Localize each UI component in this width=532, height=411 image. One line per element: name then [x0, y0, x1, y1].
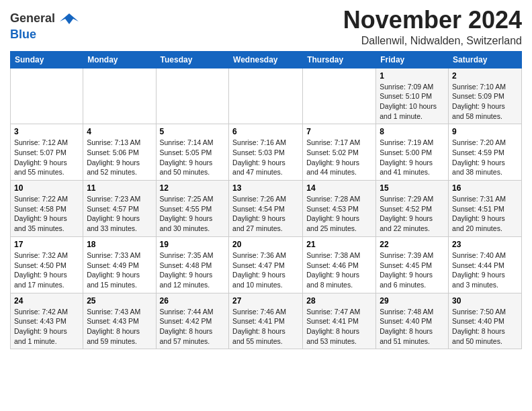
- calendar-cell: 29Sunrise: 7:48 AM Sunset: 4:40 PM Dayli…: [376, 293, 449, 349]
- calendar-cell: 23Sunrise: 7:40 AM Sunset: 4:44 PM Dayli…: [449, 236, 522, 293]
- weekday-header-monday: Monday: [83, 51, 156, 68]
- day-detail: Sunrise: 7:50 AM Sunset: 4:40 PM Dayligh…: [452, 307, 518, 347]
- calendar-cell: 7Sunrise: 7:17 AM Sunset: 5:02 PM Daylig…: [303, 124, 376, 181]
- calendar-cell: 6Sunrise: 7:16 AM Sunset: 5:03 PM Daylig…: [229, 124, 303, 181]
- day-number: 12: [160, 183, 226, 193]
- calendar-cell: 21Sunrise: 7:38 AM Sunset: 4:46 PM Dayli…: [303, 236, 376, 293]
- calendar-week-row-1: 1Sunrise: 7:09 AM Sunset: 5:10 PM Daylig…: [11, 68, 522, 124]
- day-number: 6: [232, 127, 299, 136]
- day-detail: Sunrise: 7:38 AM Sunset: 4:46 PM Dayligh…: [306, 250, 372, 290]
- calendar-cell: 1Sunrise: 7:09 AM Sunset: 5:10 PM Daylig…: [376, 68, 449, 124]
- day-detail: Sunrise: 7:44 AM Sunset: 4:42 PM Dayligh…: [160, 307, 226, 347]
- calendar-cell: [11, 68, 83, 124]
- calendar-cell: 28Sunrise: 7:47 AM Sunset: 4:41 PM Dayli…: [303, 293, 376, 349]
- calendar-cell: 25Sunrise: 7:43 AM Sunset: 4:43 PM Dayli…: [83, 293, 156, 349]
- day-detail: Sunrise: 7:47 AM Sunset: 4:41 PM Dayligh…: [306, 307, 372, 347]
- day-number: 9: [452, 127, 518, 136]
- calendar-cell: 19Sunrise: 7:35 AM Sunset: 4:48 PM Dayli…: [156, 236, 229, 293]
- calendar-cell: 26Sunrise: 7:44 AM Sunset: 4:42 PM Dayli…: [156, 293, 229, 349]
- day-number: 5: [160, 127, 226, 136]
- day-detail: Sunrise: 7:20 AM Sunset: 4:59 PM Dayligh…: [452, 138, 518, 177]
- day-number: 29: [380, 296, 445, 306]
- day-detail: Sunrise: 7:31 AM Sunset: 4:51 PM Dayligh…: [452, 194, 518, 234]
- calendar-cell: 2Sunrise: 7:10 AM Sunset: 5:09 PM Daylig…: [449, 68, 522, 124]
- day-detail: Sunrise: 7:16 AM Sunset: 5:03 PM Dayligh…: [232, 138, 299, 177]
- day-detail: Sunrise: 7:13 AM Sunset: 5:06 PM Dayligh…: [87, 138, 152, 177]
- day-number: 15: [380, 183, 445, 193]
- day-number: 28: [306, 296, 372, 306]
- calendar-week-row-2: 3Sunrise: 7:12 AM Sunset: 5:07 PM Daylig…: [11, 124, 522, 181]
- calendar-cell: 30Sunrise: 7:50 AM Sunset: 4:40 PM Dayli…: [449, 293, 522, 349]
- day-detail: Sunrise: 7:25 AM Sunset: 4:55 PM Dayligh…: [160, 194, 226, 234]
- calendar-cell: 17Sunrise: 7:32 AM Sunset: 4:50 PM Dayli…: [11, 236, 83, 293]
- calendar-cell: [83, 68, 156, 124]
- month-title: November 2024: [343, 7, 522, 34]
- calendar-week-row-3: 10Sunrise: 7:22 AM Sunset: 4:58 PM Dayli…: [11, 181, 522, 237]
- weekday-header-thursday: Thursday: [303, 51, 376, 68]
- calendar-cell: 12Sunrise: 7:25 AM Sunset: 4:55 PM Dayli…: [156, 181, 229, 237]
- calendar-cell: 4Sunrise: 7:13 AM Sunset: 5:06 PM Daylig…: [83, 124, 156, 181]
- day-detail: Sunrise: 7:33 AM Sunset: 4:49 PM Dayligh…: [87, 250, 152, 290]
- day-detail: Sunrise: 7:39 AM Sunset: 4:45 PM Dayligh…: [380, 250, 445, 290]
- day-number: 20: [232, 240, 299, 249]
- day-detail: Sunrise: 7:35 AM Sunset: 4:48 PM Dayligh…: [160, 250, 226, 290]
- day-detail: Sunrise: 7:42 AM Sunset: 4:43 PM Dayligh…: [14, 307, 79, 347]
- day-number: 19: [160, 240, 226, 249]
- day-number: 13: [232, 183, 299, 193]
- logo-blue: Blue: [10, 28, 79, 42]
- day-number: 21: [306, 240, 372, 249]
- day-detail: Sunrise: 7:43 AM Sunset: 4:43 PM Dayligh…: [87, 307, 152, 347]
- calendar-cell: 8Sunrise: 7:19 AM Sunset: 5:00 PM Daylig…: [376, 124, 449, 181]
- day-detail: Sunrise: 7:09 AM Sunset: 5:10 PM Dayligh…: [380, 82, 445, 122]
- calendar-cell: [229, 68, 303, 124]
- day-number: 27: [232, 296, 299, 306]
- logo-general: General: [10, 9, 79, 28]
- day-number: 16: [452, 183, 518, 193]
- day-number: 22: [380, 240, 445, 249]
- calendar-cell: 14Sunrise: 7:28 AM Sunset: 4:53 PM Dayli…: [303, 181, 376, 237]
- day-number: 1: [380, 71, 445, 81]
- weekday-header-tuesday: Tuesday: [156, 51, 229, 68]
- day-detail: Sunrise: 7:26 AM Sunset: 4:54 PM Dayligh…: [232, 194, 299, 234]
- day-number: 11: [87, 183, 152, 193]
- day-number: 18: [87, 240, 152, 249]
- calendar-cell: 13Sunrise: 7:26 AM Sunset: 4:54 PM Dayli…: [229, 181, 303, 237]
- day-detail: Sunrise: 7:17 AM Sunset: 5:02 PM Dayligh…: [306, 138, 372, 177]
- day-detail: Sunrise: 7:46 AM Sunset: 4:41 PM Dayligh…: [232, 307, 299, 347]
- calendar-cell: 10Sunrise: 7:22 AM Sunset: 4:58 PM Dayli…: [11, 181, 83, 237]
- day-detail: Sunrise: 7:10 AM Sunset: 5:09 PM Dayligh…: [452, 82, 518, 122]
- day-number: 26: [160, 296, 226, 306]
- day-detail: Sunrise: 7:29 AM Sunset: 4:52 PM Dayligh…: [380, 194, 445, 234]
- weekday-header-sunday: Sunday: [11, 51, 83, 68]
- weekday-header-row: SundayMondayTuesdayWednesdayThursdayFrid…: [11, 51, 522, 68]
- day-detail: Sunrise: 7:36 AM Sunset: 4:47 PM Dayligh…: [232, 250, 299, 290]
- page-header: General Blue November 2024 Dallenwil, Ni…: [10, 7, 522, 47]
- calendar-week-row-4: 17Sunrise: 7:32 AM Sunset: 4:50 PM Dayli…: [11, 236, 522, 293]
- day-number: 3: [14, 127, 79, 136]
- calendar-cell: 15Sunrise: 7:29 AM Sunset: 4:52 PM Dayli…: [376, 181, 449, 237]
- weekday-header-saturday: Saturday: [449, 51, 522, 68]
- calendar-cell: 11Sunrise: 7:23 AM Sunset: 4:57 PM Dayli…: [83, 181, 156, 237]
- calendar-cell: 22Sunrise: 7:39 AM Sunset: 4:45 PM Dayli…: [376, 236, 449, 293]
- day-detail: Sunrise: 7:22 AM Sunset: 4:58 PM Dayligh…: [14, 194, 79, 234]
- day-number: 2: [452, 71, 518, 81]
- day-number: 8: [380, 127, 445, 136]
- day-number: 17: [14, 240, 79, 249]
- calendar-cell: 24Sunrise: 7:42 AM Sunset: 4:43 PM Dayli…: [11, 293, 83, 349]
- calendar-cell: 18Sunrise: 7:33 AM Sunset: 4:49 PM Dayli…: [83, 236, 156, 293]
- day-number: 10: [14, 183, 79, 193]
- day-detail: Sunrise: 7:48 AM Sunset: 4:40 PM Dayligh…: [380, 307, 445, 347]
- calendar-cell: 5Sunrise: 7:14 AM Sunset: 5:05 PM Daylig…: [156, 124, 229, 181]
- day-number: 4: [87, 127, 152, 136]
- calendar-cell: 16Sunrise: 7:31 AM Sunset: 4:51 PM Dayli…: [449, 181, 522, 237]
- logo-bird-icon: [60, 9, 79, 28]
- calendar-cell: [303, 68, 376, 124]
- location-title: Dallenwil, Nidwalden, Switzerland: [343, 35, 522, 47]
- calendar-table: SundayMondayTuesdayWednesdayThursdayFrid…: [10, 51, 522, 350]
- day-number: 14: [306, 183, 372, 193]
- weekday-header-friday: Friday: [376, 51, 449, 68]
- day-number: 30: [452, 296, 518, 306]
- day-detail: Sunrise: 7:28 AM Sunset: 4:53 PM Dayligh…: [306, 194, 372, 234]
- title-area: November 2024 Dallenwil, Nidwalden, Swit…: [343, 7, 522, 47]
- day-detail: Sunrise: 7:14 AM Sunset: 5:05 PM Dayligh…: [160, 138, 226, 177]
